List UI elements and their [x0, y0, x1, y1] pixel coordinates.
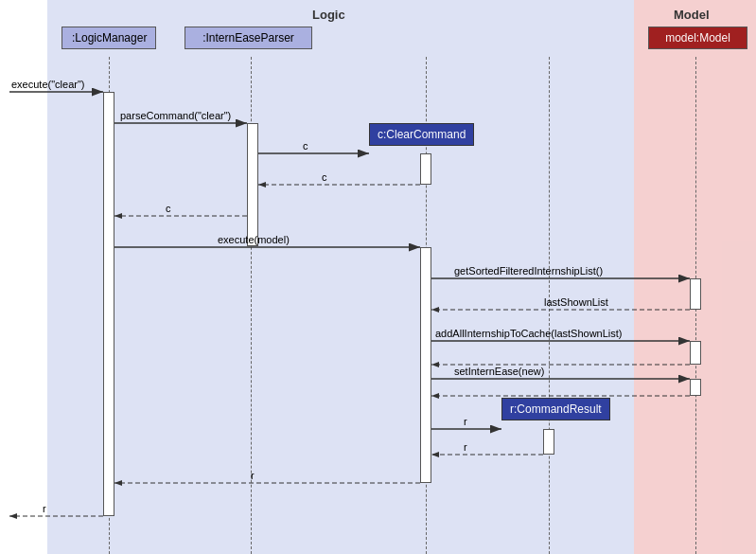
logic-region	[47, 0, 634, 554]
msg-c-return2: c	[166, 203, 171, 214]
internEaseParser-label: :InternEaseParser	[202, 31, 294, 45]
model-label-box: model:Model	[665, 31, 730, 45]
internEaseParser-lifeline-box: :InternEaseParser	[185, 27, 312, 49]
sequence-diagram: Logic Model :LogicManager :InternEasePar…	[0, 0, 756, 554]
activation-bar-model-2	[690, 341, 701, 365]
msg-c-return: c	[322, 171, 327, 183]
model-label: Model	[674, 8, 710, 22]
msg-r-return2: r	[251, 470, 255, 481]
model-lifeline-box: model:Model	[648, 27, 747, 49]
clearcommand-box: c:ClearCommand	[369, 123, 474, 146]
commandresult-label: r:CommandResult	[510, 402, 602, 416]
msg-r-return: r	[464, 441, 467, 453]
commandresult-box: r:CommandResult	[501, 398, 610, 420]
activation-bar-model-3	[690, 379, 701, 396]
msg-lastshownlist: lastShownList	[544, 296, 608, 308]
msg-getsorted: getSortedFilteredInternshipList()	[454, 265, 603, 277]
logic-label: Logic	[312, 8, 345, 22]
msg-c-create: c	[303, 140, 308, 152]
msg-parsecommand: parseCommand("clear")	[120, 110, 231, 121]
msg-addall: addAllInternshipToCache(lastShownList)	[435, 328, 623, 339]
logicmanager-label: :LogicManager	[72, 31, 147, 45]
activation-bar-parser	[247, 123, 258, 246]
activation-bar-clearcommand-create	[420, 153, 431, 185]
activation-bar-commandresult	[543, 429, 554, 455]
msg-r-create: r	[464, 416, 467, 427]
msg-execute-clear: execute("clear")	[11, 79, 85, 90]
logicmanager-lifeline-box: :LogicManager	[62, 27, 156, 49]
msg-execute-model: execute(model)	[218, 234, 290, 245]
msg-r-return3: r	[43, 503, 46, 514]
activation-bar-logicmanager	[103, 92, 114, 516]
msg-setinternease: setInternEase(new)	[454, 366, 544, 377]
clearcommand-label: c:ClearCommand	[378, 128, 466, 141]
activation-bar-model-1	[690, 278, 701, 310]
activation-bar-clearcommand-execute	[420, 247, 431, 483]
